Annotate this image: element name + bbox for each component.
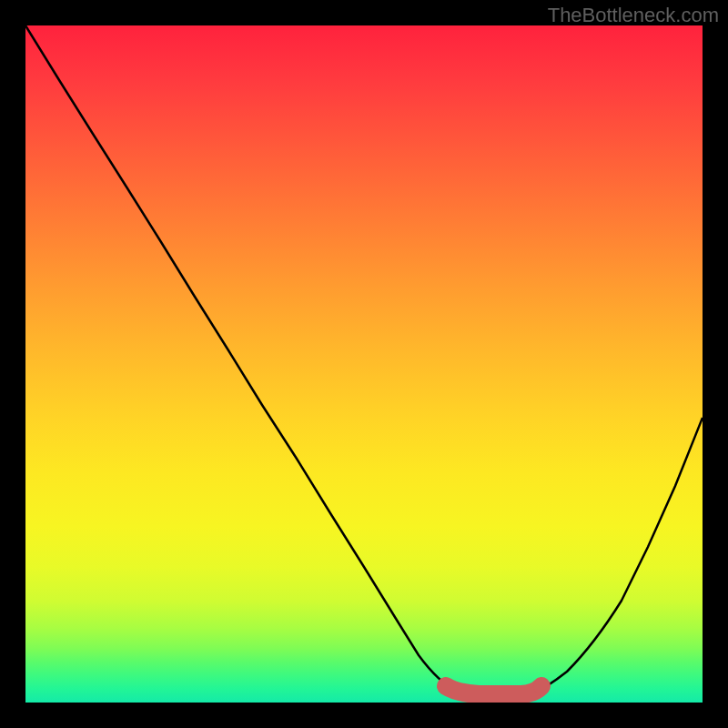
optimal-zone-endpoint	[533, 678, 550, 694]
bottleneck-curve-line	[25, 25, 703, 703]
watermark-text: TheBottleneck.com	[548, 4, 719, 27]
chart-svg	[25, 25, 703, 703]
optimal-zone-marker	[446, 686, 541, 694]
chart-plot-area	[25, 25, 703, 703]
